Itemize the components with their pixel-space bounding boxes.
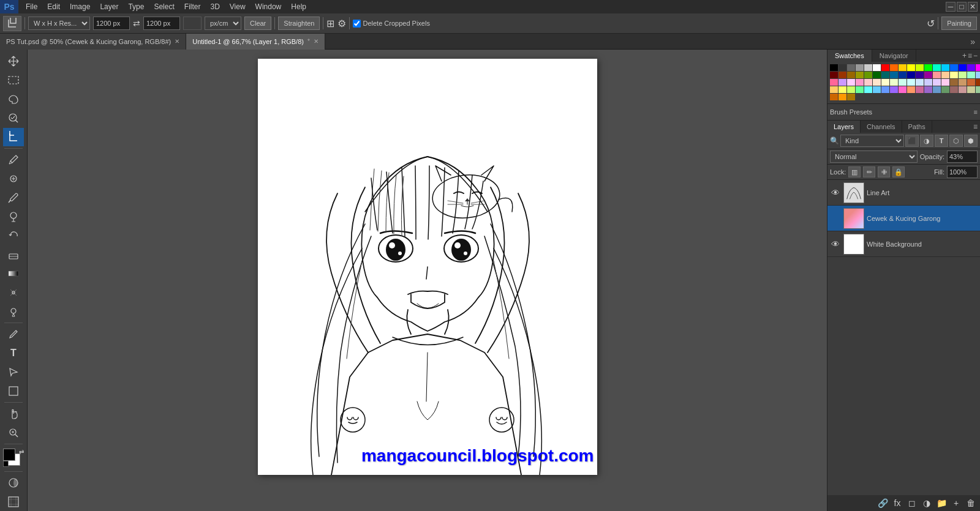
swatch[interactable] — [950, 64, 958, 71]
swatch[interactable] — [881, 86, 889, 93]
layer-folder-icon[interactable]: 📁 — [935, 497, 948, 509]
swatch[interactable] — [847, 86, 855, 93]
delete-cropped-checkbox[interactable] — [353, 20, 361, 28]
layer-filter-pixel-icon[interactable]: ⬛ — [905, 135, 919, 147]
swatch[interactable] — [856, 79, 864, 86]
swatch[interactable] — [830, 86, 838, 93]
menu-select[interactable]: Select — [149, 1, 179, 12]
tab-paths[interactable]: Paths — [902, 121, 932, 133]
gear-icon[interactable]: ⚙ — [337, 18, 346, 29]
swatch[interactable] — [941, 72, 949, 78]
layer-filter-text-icon[interactable]: T — [935, 135, 948, 147]
minimize-button[interactable]: ─ — [946, 2, 956, 12]
menu-type[interactable]: Type — [123, 1, 149, 12]
pen-tool[interactable] — [3, 325, 24, 343]
brush-presets-menu-icon[interactable]: ≡ — [974, 108, 978, 116]
swatch[interactable] — [916, 64, 924, 71]
text-tool[interactable]: T — [3, 344, 24, 362]
menu-image[interactable]: Image — [65, 1, 95, 12]
swatch[interactable] — [950, 86, 958, 93]
straighten-button[interactable]: Straighten — [278, 17, 320, 30]
swatch[interactable] — [873, 72, 881, 78]
layer-filter-adjust-icon[interactable]: ◑ — [920, 135, 933, 147]
close-button[interactable]: ✕ — [968, 2, 978, 12]
swatch[interactable] — [916, 79, 924, 86]
swatch[interactable] — [907, 79, 915, 86]
maximize-button[interactable]: □ — [957, 2, 967, 12]
width-input[interactable] — [93, 17, 130, 30]
unit-dropdown[interactable]: px/cm — [205, 17, 241, 30]
dodge-tool[interactable] — [3, 302, 24, 321]
swatch[interactable] — [899, 64, 907, 71]
swatch[interactable] — [933, 86, 941, 93]
path-selection-tool[interactable] — [3, 363, 24, 381]
layer-item-cewek[interactable]: Cewek & Kucing Garong — [827, 206, 980, 231]
tab-ps-tut-close[interactable]: ✕ — [175, 38, 179, 45]
layer-visibility-cewek[interactable] — [830, 213, 841, 224]
lock-position-icon[interactable]: ✙ — [878, 166, 890, 177]
tab-channels[interactable]: Channels — [861, 121, 902, 133]
swatch[interactable] — [941, 79, 949, 86]
swatch[interactable] — [933, 79, 941, 86]
swatch[interactable] — [933, 72, 941, 78]
swatch[interactable] — [847, 72, 855, 78]
menu-filter[interactable]: Filter — [179, 1, 206, 12]
screen-mode-tool[interactable] — [3, 493, 24, 511]
delete-cropped-label[interactable]: Delete Cropped Pixels — [353, 20, 429, 28]
swatch[interactable] — [881, 72, 889, 78]
swatch[interactable] — [873, 79, 881, 86]
quick-mask-tool[interactable] — [3, 474, 24, 492]
panel-collapse-icon[interactable]: − — [973, 51, 978, 60]
swatch[interactable] — [839, 94, 846, 100]
opacity-input[interactable] — [947, 151, 978, 163]
swatch[interactable] — [839, 79, 846, 86]
swatch[interactable] — [899, 79, 907, 86]
swatch[interactable] — [864, 79, 872, 86]
gradient-tool[interactable] — [3, 264, 24, 283]
swatch[interactable] — [967, 86, 975, 93]
swatch[interactable] — [864, 64, 872, 71]
swatch[interactable] — [976, 79, 980, 86]
panel-collapse-btn[interactable]: » — [965, 37, 980, 47]
layer-filter-shape-icon[interactable]: ⬡ — [949, 135, 963, 147]
panel-menu-icon[interactable]: ≡ — [968, 51, 972, 60]
swatch[interactable] — [839, 86, 846, 93]
panel-add-icon[interactable]: + — [962, 51, 967, 60]
artwork-canvas[interactable] — [258, 59, 597, 475]
swatch[interactable] — [830, 64, 838, 71]
swatch[interactable] — [941, 64, 949, 71]
swatch[interactable] — [899, 86, 907, 93]
menu-layer[interactable]: Layer — [95, 1, 123, 12]
tab-untitled-close[interactable]: ✕ — [314, 38, 318, 45]
swatch[interactable] — [916, 86, 924, 93]
swatch[interactable] — [830, 79, 838, 86]
layers-panel-menu-icon[interactable]: ≡ — [973, 122, 978, 131]
eyedropper-tool[interactable] — [3, 151, 24, 169]
swatch[interactable] — [967, 72, 975, 78]
layer-kind-dropdown[interactable]: Kind — [840, 135, 904, 147]
crop-tool-icon[interactable] — [3, 16, 21, 31]
reset-icon[interactable]: ↺ — [927, 18, 935, 29]
swatch[interactable] — [924, 79, 932, 86]
swatch[interactable] — [899, 72, 907, 78]
swatch[interactable] — [916, 72, 924, 78]
fill-input[interactable] — [947, 166, 978, 178]
clear-button[interactable]: Clear — [244, 17, 271, 30]
swatch[interactable] — [890, 79, 898, 86]
swatch[interactable] — [873, 86, 881, 93]
layer-link-icon[interactable]: 🔗 — [876, 497, 889, 509]
swatch[interactable] — [856, 64, 864, 71]
swatch[interactable] — [959, 79, 967, 86]
swatch[interactable] — [830, 94, 838, 100]
lock-all-icon[interactable]: 🔒 — [892, 166, 905, 177]
layer-filter-smart-icon[interactable]: ⬢ — [964, 135, 978, 147]
brush-tool[interactable] — [3, 188, 24, 207]
swatch[interactable] — [976, 72, 980, 78]
swatch[interactable] — [967, 79, 975, 86]
lock-transparent-icon[interactable]: ▥ — [848, 166, 861, 177]
layer-visibility-lineart[interactable]: 👁 — [830, 187, 841, 198]
swatch[interactable] — [881, 79, 889, 86]
menu-help[interactable]: Help — [286, 1, 311, 12]
swatch[interactable] — [847, 79, 855, 86]
menu-edit[interactable]: Edit — [42, 1, 65, 12]
